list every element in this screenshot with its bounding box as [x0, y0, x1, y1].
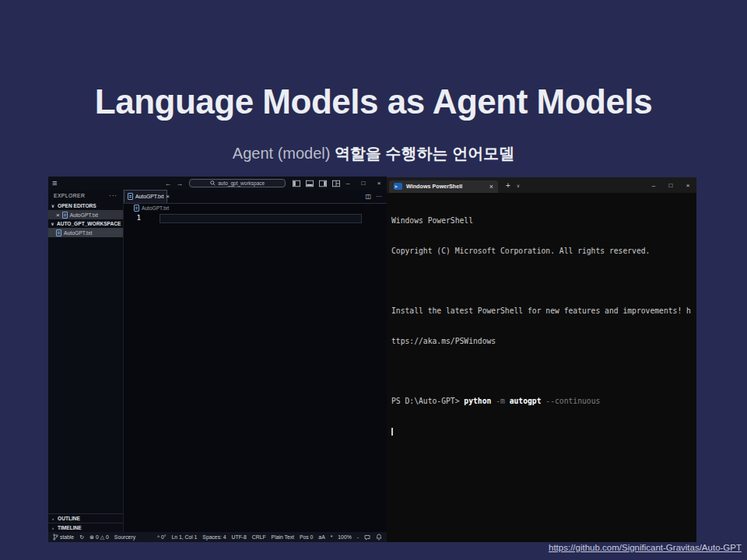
line-number: 1 — [137, 215, 141, 222]
editor-tabbar: AutoGPT.txt × ◫ ··· — [124, 190, 387, 204]
new-tab-icon[interactable]: + — [506, 181, 510, 190]
slide-subtitle: Agent (model) 역할을 수행하는 언어모델 — [0, 143, 747, 164]
search-value: auto_gpt_workspace — [218, 180, 265, 186]
sync-icon[interactable]: ↻ — [79, 534, 84, 541]
breadcrumb-filename: AutoGPT.txt — [142, 205, 169, 211]
language-mode[interactable]: Plain Text — [272, 534, 294, 540]
error-icon: ⊗ — [89, 534, 94, 541]
terminal-titlebar: > Windows PowerShell × + ∨ – □ × — [387, 177, 696, 193]
command-python: python — [464, 397, 496, 405]
indentation-status[interactable]: Spaces: 4 — [202, 534, 226, 540]
sidebar-spacer — [48, 237, 123, 513]
page-title: Language Models as Agent Models — [0, 82, 747, 121]
tab-title: Windows PowerShell — [406, 183, 462, 190]
tab-autogpt-txt[interactable]: AutoGPT.txt × — [124, 190, 167, 203]
more-actions-icon[interactable]: ··· — [376, 193, 382, 200]
terminal-blank-line — [391, 276, 696, 286]
terminal-blank-line — [391, 366, 696, 376]
open-editor-item[interactable]: × AutoGPT.txt — [48, 210, 123, 219]
explorer-more-icon[interactable]: ··· — [109, 192, 117, 199]
slide: Language Models as Agent Models Agent (m… — [0, 0, 747, 560]
explorer-title: EXPLORER — [54, 193, 85, 198]
feedback-icon[interactable] — [364, 534, 370, 541]
chevron-right-icon: › — [51, 516, 55, 521]
workspace-section[interactable]: ∨ AUTO_GPT_WORKSPACE — [48, 219, 123, 228]
toggle-sidebar-icon[interactable] — [293, 180, 300, 187]
outline-section[interactable]: › OUTLINE — [48, 513, 123, 523]
open-editor-filename: AutoGPT.txt — [70, 212, 98, 218]
subtitle-korean: 역할을 수행하는 언어모델 — [335, 145, 514, 162]
cursor-line — [391, 427, 696, 437]
github-link[interactable]: https://github.com/Significant-Gravitas/… — [549, 543, 742, 552]
terminal-window-controls: – □ × — [645, 182, 696, 189]
screenshot-region: ≡ ← → auto_gpt_workspace — [48, 177, 696, 542]
terminal-command-line: PS D:\Auto-GPT> python -m autogpt --cont… — [391, 397, 696, 407]
maximize-icon[interactable]: □ — [662, 182, 679, 189]
workspace-file-item[interactable]: AutoGPT.txt — [48, 228, 123, 237]
file-icon — [128, 193, 133, 200]
close-icon[interactable]: × — [371, 180, 387, 187]
breadcrumb[interactable]: AutoGPT.txt — [124, 204, 387, 212]
close-tab-icon[interactable]: × — [489, 183, 493, 191]
terminal-output[interactable]: Windows PowerShell Copyright (C) Microso… — [387, 193, 696, 542]
restore-icon[interactable]: □ — [356, 180, 371, 187]
file-icon — [62, 212, 68, 219]
toggle-secondary-sidebar-icon[interactable] — [319, 180, 327, 187]
menu-icon[interactable]: ≡ — [52, 179, 57, 187]
zoom-level[interactable]: 100% — [338, 534, 351, 540]
layout-controls — [293, 180, 340, 187]
close-editor-icon[interactable]: × — [56, 212, 60, 219]
open-editors-section[interactable]: ∨ OPEN EDITORS — [48, 201, 123, 210]
search-icon — [210, 180, 216, 186]
chevron-down-icon: ∨ — [51, 203, 55, 208]
sourcery-status[interactable]: Sourcery — [114, 534, 135, 540]
indent-status[interactable]: ^ 0° — [157, 534, 167, 540]
terminal-line: Install the latest PowerShell for new fe… — [391, 306, 696, 317]
explorer-header: EXPLORER ··· — [48, 190, 123, 201]
branch-name: stable — [60, 534, 74, 540]
branch-indicator[interactable]: stable — [53, 534, 74, 541]
powershell-tab[interactable]: > Windows PowerShell × — [389, 180, 498, 193]
file-icon — [134, 205, 139, 212]
star-indicator[interactable]: * — [331, 534, 333, 540]
workspace-label: AUTO_GPT_WORKSPACE — [57, 221, 121, 226]
powershell-window: > Windows PowerShell × + ∨ – □ × Windows… — [387, 177, 696, 542]
encoding-status[interactable]: UTF-8 — [232, 534, 247, 540]
dash-indicator: - — [357, 534, 359, 540]
subtitle-english: Agent (model) — [233, 145, 335, 162]
problems-indicator[interactable]: ⊗ 0 △ 0 — [89, 534, 109, 541]
timeline-section[interactable]: › TIMELINE — [48, 523, 123, 532]
minimize-icon[interactable]: – — [340, 180, 356, 187]
editor-pane[interactable]: 1 — [124, 212, 387, 532]
toggle-panel-icon[interactable] — [306, 180, 314, 187]
cursor-position[interactable]: Ln 1, Col 1 — [171, 534, 197, 540]
chevron-down-icon: ∨ — [51, 221, 54, 226]
forward-icon[interactable]: → — [176, 180, 183, 187]
split-editor-icon[interactable]: ◫ — [365, 193, 371, 200]
eol-status[interactable]: CRLF — [252, 534, 266, 540]
vscode-statusbar: stable ↻ ⊗ 0 △ 0 Sourcery ^ 0° Ln 1, Col… — [48, 532, 387, 542]
workspace-filename: AutoGPT.txt — [64, 230, 92, 236]
back-icon[interactable]: ← — [164, 180, 171, 187]
chevron-right-icon: › — [51, 526, 55, 530]
tab-dropdown-icon[interactable]: ∨ — [517, 183, 520, 188]
terminal-line: Windows PowerShell — [391, 216, 696, 226]
explorer-sidebar: EXPLORER ··· ∨ OPEN EDITORS × AutoGPT.tx… — [48, 190, 124, 532]
outline-label: OUTLINE — [58, 516, 80, 521]
terminal-line: Copyright (C) Microsoft Corporation. All… — [391, 247, 696, 257]
warning-count: 0 — [106, 534, 109, 540]
case-toggle[interactable]: aA — [318, 534, 324, 540]
close-icon[interactable]: × — [679, 182, 696, 189]
command-center-search[interactable]: auto_gpt_workspace — [189, 179, 286, 187]
terminal-caret — [391, 428, 393, 436]
pos-status[interactable]: Pos 0 — [300, 534, 313, 540]
notifications-bell-icon[interactable] — [376, 534, 382, 541]
vscode-window: ≡ ← → auto_gpt_workspace — [48, 177, 387, 542]
open-editors-label: OPEN EDITORS — [58, 203, 96, 208]
customize-layout-icon[interactable] — [332, 180, 340, 187]
prompt: PS D:\Auto-GPT> — [391, 397, 464, 405]
minimize-icon[interactable]: – — [645, 182, 662, 189]
vscode-window-controls: – □ × — [340, 180, 387, 187]
close-tab-icon[interactable]: × — [166, 193, 170, 200]
current-line-highlight[interactable] — [160, 214, 362, 223]
